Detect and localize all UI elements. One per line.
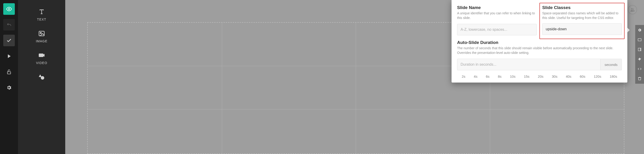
auto-slide-title: Auto-Slide Duration: [457, 40, 622, 45]
slide-classes-title: Slide Classes: [542, 5, 622, 10]
main-nav: [0, 0, 18, 154]
auto-slide-desc: The number of seconds that this slide sh…: [457, 46, 622, 55]
auto-slide-input[interactable]: [457, 59, 600, 70]
slide-name-input[interactable]: [457, 24, 537, 36]
insert-image-label: IMAGE: [36, 39, 48, 43]
background-icon[interactable]: [635, 36, 644, 43]
settings-nav-button[interactable]: [3, 82, 15, 94]
slide-name-desc: A unique identifier that you can refer t…: [457, 11, 537, 20]
duration-preset[interactable]: 8s: [498, 74, 502, 78]
duration-preset[interactable]: 15s: [524, 74, 530, 78]
slide-classes-input[interactable]: [542, 23, 622, 35]
slide-classes-group: Slide Classes Space-separated class name…: [540, 3, 624, 39]
duration-preset[interactable]: 6s: [486, 74, 490, 78]
svg-marker-1: [8, 54, 11, 58]
duration-preset[interactable]: 180s: [610, 74, 617, 78]
svg-point-9: [639, 30, 640, 31]
insert-video[interactable]: VIDEO: [18, 50, 65, 69]
svg-rect-10: [638, 38, 641, 41]
svg-marker-11: [638, 58, 641, 61]
svg-point-8: [633, 8, 634, 10]
svg-point-7: [631, 8, 632, 10]
insert-text[interactable]: TEXT: [18, 6, 65, 26]
trash-icon[interactable]: [635, 76, 644, 82]
duration-preset[interactable]: 60s: [580, 74, 585, 78]
insert-shape[interactable]: [18, 71, 65, 87]
canvas[interactable]: Slide Name A unique identifier that you …: [65, 0, 644, 154]
slide-name-title: Slide Name: [457, 5, 537, 10]
slide-side-toolbar: [635, 25, 644, 84]
slide-name-group: Slide Name A unique identifier that you …: [457, 5, 537, 36]
duration-preset[interactable]: 40s: [566, 74, 571, 78]
code-icon[interactable]: [635, 66, 644, 72]
slide-options-popover: Slide Name A unique identifier that you …: [452, 0, 627, 82]
insert-image[interactable]: IMAGE: [18, 28, 65, 47]
duration-presets: 2s4s6s8s10s15s20s30s40s60s120s180s: [457, 70, 622, 78]
duration-preset[interactable]: 10s: [510, 74, 516, 78]
slide-settings-icon[interactable]: [635, 27, 644, 33]
svg-point-0: [8, 8, 10, 10]
insert-text-label: TEXT: [37, 18, 46, 21]
undo-button[interactable]: [3, 19, 15, 30]
insert-video-label: VIDEO: [36, 61, 48, 65]
svg-point-4: [40, 32, 42, 34]
collaborators-button[interactable]: [628, 5, 637, 14]
lock-button[interactable]: [3, 66, 15, 78]
duration-preset[interactable]: 20s: [538, 74, 544, 78]
play-button[interactable]: [3, 50, 15, 62]
preview-button[interactable]: [3, 3, 15, 15]
duration-preset[interactable]: 4s: [474, 74, 478, 78]
duration-preset[interactable]: 120s: [594, 74, 602, 78]
svg-rect-2: [8, 72, 11, 74]
insert-tools: TEXT IMAGE VIDEO: [18, 0, 65, 154]
seconds-addon: seconds: [600, 59, 622, 70]
done-button[interactable]: [3, 35, 15, 46]
duration-preset[interactable]: 30s: [552, 74, 557, 78]
fragments-icon[interactable]: [635, 56, 644, 62]
notes-icon[interactable]: [635, 46, 644, 53]
duration-preset[interactable]: 2s: [462, 74, 466, 78]
svg-marker-6: [39, 74, 42, 77]
auto-slide-group: Auto-Slide Duration The number of second…: [457, 40, 622, 78]
slide-classes-desc: Space-separated class names which will b…: [542, 11, 622, 20]
svg-rect-3: [39, 31, 44, 36]
